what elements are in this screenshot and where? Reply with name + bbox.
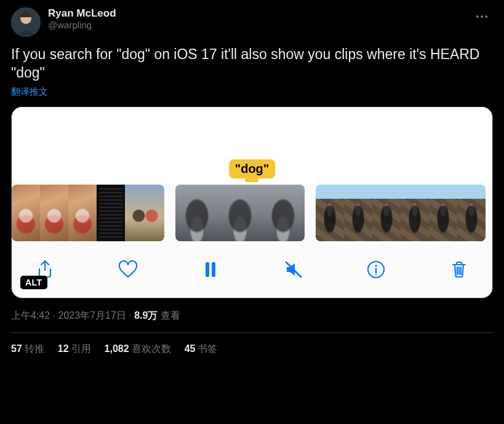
tweet-header: Ryan McLeod @warpling ••• [11, 7, 493, 37]
tweet-container: Ryan McLeod @warpling ••• If you search … [0, 0, 504, 363]
translate-link[interactable]: 翻译推文 [11, 86, 493, 98]
thumbnail[interactable] [316, 185, 344, 241]
quotes-label: 引用 [71, 343, 91, 354]
like-button[interactable] [116, 257, 140, 282]
media-card[interactable]: "dog" [11, 106, 493, 298]
quotes-stat[interactable]: 12引用 [58, 343, 91, 356]
display-name[interactable]: Ryan McLeod [48, 7, 116, 20]
meta-sep: · [50, 310, 58, 321]
thumbnail[interactable] [401, 185, 429, 241]
heart-icon [118, 259, 138, 280]
retweets-stat[interactable]: 57转推 [11, 343, 44, 356]
info-button[interactable] [364, 257, 388, 282]
thumbnail[interactable] [344, 185, 372, 241]
meta-sep: · [126, 310, 134, 321]
likes-count: 1,082 [105, 343, 129, 354]
thumbnail[interactable] [372, 185, 401, 241]
avatar[interactable] [11, 7, 41, 37]
thumbnail[interactable] [218, 185, 262, 241]
thumbnail[interactable] [125, 185, 164, 241]
quotes-count: 12 [58, 343, 69, 354]
clip-group-1[interactable] [12, 185, 164, 241]
trash-button[interactable] [447, 257, 471, 282]
thumbnail[interactable] [40, 185, 68, 241]
thumbnail[interactable] [457, 185, 486, 241]
retweets-label: 转推 [25, 343, 44, 354]
thumbnail[interactable] [262, 185, 305, 241]
speaker-muted-icon [283, 259, 304, 280]
views-count[interactable]: 8.9万 [134, 310, 158, 321]
bookmarks-count: 45 [185, 343, 196, 354]
alt-badge[interactable]: ALT [20, 276, 47, 289]
thumbnail[interactable] [175, 185, 218, 241]
likes-stat[interactable]: 1,082喜欢次数 [105, 343, 171, 356]
svg-rect-3 [212, 262, 215, 277]
tweet-meta: 上午4:42 · 2023年7月17日 · 8.9万 查看 [11, 310, 493, 322]
avatar-image [11, 7, 41, 37]
info-icon [366, 259, 386, 280]
video-filmstrip[interactable] [12, 185, 492, 245]
tweet-text: If you search for "dog" on iOS 17 it'll … [11, 46, 493, 82]
svg-point-5 [375, 265, 377, 266]
tweet-stats: 57转推 12引用 1,082喜欢次数 45书签 [11, 333, 493, 356]
mute-button[interactable] [281, 257, 306, 282]
thumbnail[interactable] [97, 185, 125, 241]
search-term-tooltip: "dog" [229, 159, 276, 178]
pause-button[interactable] [198, 257, 223, 282]
author-names: Ryan McLeod @warpling [48, 7, 116, 30]
views-label: 查看 [158, 310, 180, 321]
bookmarks-stat[interactable]: 45书签 [185, 343, 218, 356]
clip-group-3[interactable] [316, 185, 486, 241]
handle[interactable]: @warpling [48, 20, 116, 30]
media-top-area: "dog" [12, 107, 492, 185]
retweets-count: 57 [11, 343, 22, 354]
likes-label: 喜欢次数 [132, 343, 171, 354]
clip-group-2[interactable] [175, 185, 305, 241]
thumbnail[interactable] [68, 185, 97, 241]
tweet-time[interactable]: 上午4:42 [11, 310, 50, 321]
tweet-date[interactable]: 2023年7月17日 [58, 310, 126, 321]
bookmarks-label: 书签 [198, 343, 217, 354]
thumbnail[interactable] [12, 185, 40, 241]
thumbnail[interactable] [429, 185, 457, 241]
more-button[interactable]: ••• [472, 7, 493, 25]
pause-icon [200, 259, 221, 280]
trash-icon [449, 259, 470, 280]
media-toolbar [12, 245, 492, 298]
svg-rect-2 [206, 262, 209, 277]
